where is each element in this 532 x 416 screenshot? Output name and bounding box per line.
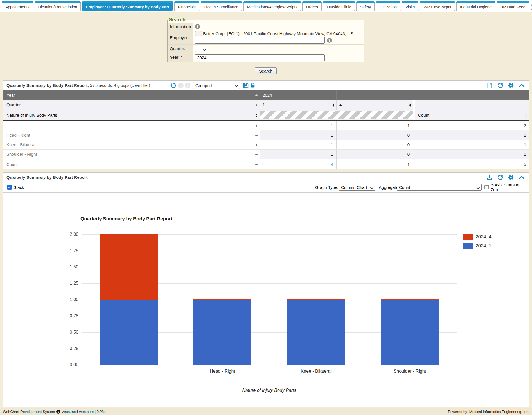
aggregate-label: Aggregate: (379, 185, 399, 190)
year-input[interactable] (195, 54, 325, 61)
table-panel-title: Quarterly Summary by Body Part Report, 5… (6, 83, 150, 88)
table-panel-header: Quarterly Summary by Body Part Report, 5… (3, 81, 529, 90)
tab-outside-clinic[interactable]: Outside Clinic (323, 3, 355, 11)
yaxis-zero-checkbox[interactable] (484, 185, 489, 189)
row-label: ◂▸ (3, 121, 260, 130)
quarter-col-1[interactable]: 1▴▾ (260, 100, 336, 110)
tab-hr-data-feed[interactable]: HR Data Feed (497, 3, 529, 11)
cell-q4: 0 (336, 140, 413, 149)
info-icon[interactable]: i (56, 410, 60, 414)
cell-q4: 1 (336, 159, 413, 169)
employer-help-icon[interactable]: ? (327, 38, 332, 43)
view-mode-select[interactable]: Grouped (193, 82, 240, 89)
refresh-icon[interactable] (497, 82, 504, 89)
chart-title: Quarterly Summary by Body Part Report (80, 216, 172, 222)
count-column-header[interactable]: Count▴▾ (415, 110, 529, 120)
quarter-select[interactable] (195, 46, 208, 52)
collapse-panel-icon[interactable] (518, 82, 525, 89)
year-row-value: 2024 (260, 90, 336, 100)
table-row-total[interactable]: Count◂▸ 4 1 5 (3, 159, 529, 169)
page: Appointments Dictation/Transcription Emp… (0, 0, 532, 416)
collapse-panel-icon[interactable] (518, 174, 525, 181)
footer-host: zeus.med-web.com | 0.28s (62, 410, 105, 414)
group-row-quarter: Quarter◂▸ 1▴▾ 4▴▾ (3, 100, 529, 110)
employer-label: Employer: (168, 30, 193, 44)
cell-q4: 1 (336, 121, 413, 130)
y-tick-label: 1.25 (61, 281, 78, 286)
next-page-icon[interactable]: › (185, 83, 190, 88)
undo-icon[interactable] (170, 82, 177, 89)
row-label: Shoulder - Right◂▸ (3, 150, 260, 159)
move-columns-icon[interactable]: ◂▸ (255, 143, 257, 147)
sort-icon[interactable]: ▴▾ (333, 103, 334, 107)
employer-search-input[interactable] (195, 37, 325, 44)
chart-bar-segment (287, 299, 345, 300)
search-row-year: Year:* (168, 53, 364, 62)
tab-utilization[interactable]: Utilization (376, 3, 400, 11)
gear-icon[interactable] (508, 174, 514, 181)
chart-controls: ✓ Stack Graph Type: Column Chart Aggrega… (3, 182, 529, 193)
chart-bar-segment (193, 299, 251, 300)
tab-orders[interactable]: Orders (302, 3, 322, 11)
lock-icon[interactable] (250, 82, 256, 89)
year-row-label: Year◂▸ (3, 90, 260, 100)
chart-bar-segment (100, 300, 158, 365)
chart-bar-segment (381, 300, 439, 365)
tab-medications-allergies-scripts[interactable]: Medications/Allergies/Scripts (243, 3, 301, 11)
new-document-icon[interactable] (486, 82, 493, 89)
gear-icon[interactable] (508, 82, 514, 89)
graph-type-select[interactable]: Column Chart (339, 184, 375, 191)
external-link-icon[interactable] (531, 3, 532, 11)
move-columns-icon[interactable]: ◂▸ (255, 124, 257, 128)
prev-page-icon[interactable]: ‹ (178, 83, 184, 88)
stack-checkbox[interactable]: ✓ (7, 185, 12, 190)
graph-type-label: Graph Type: (315, 185, 338, 190)
aggregate-select[interactable]: Count (397, 184, 482, 191)
tab-dictation-transcription[interactable]: Dictation/Transcription (35, 3, 81, 11)
sort-icon[interactable]: ▴▾ (256, 113, 257, 117)
nature-column-header[interactable]: Nature of Injury Body Parts▴▾ (3, 110, 260, 120)
move-columns-icon[interactable]: ◂▸ (255, 162, 257, 166)
status-bar: WebChart Development System i zeus.med-w… (0, 408, 532, 415)
download-icon[interactable] (486, 174, 493, 181)
move-columns-icon[interactable]: ◂▸ (255, 133, 257, 137)
table-row[interactable]: Head - Right◂▸ 1 0 1 (3, 130, 529, 140)
move-columns-icon[interactable]: ◂▸ (255, 93, 257, 97)
chart-panel-title: Quarterly Summary by Body Part Report (6, 175, 87, 180)
tab-visits[interactable]: Visits (402, 3, 418, 11)
search-button[interactable]: Search (255, 67, 277, 74)
records-count: 5 / 5 records, 4 groups (90, 83, 129, 88)
sort-icon[interactable]: ▴▾ (409, 103, 411, 107)
table-row[interactable]: Knee - Bilateral◂▸ 1 0 1 (3, 140, 529, 149)
legend-swatch (463, 234, 473, 240)
information-help-icon[interactable]: ? (195, 24, 200, 29)
employer-collapse-button[interactable]: — (195, 31, 202, 36)
group-row-year: Year◂▸ 2024 (3, 90, 529, 100)
year-label: Year:* (168, 53, 193, 62)
tab-appointments[interactable]: Appointments (2, 3, 33, 11)
sort-icon[interactable]: ▴▾ (525, 113, 527, 117)
quarter-label: Quarter: (168, 45, 193, 53)
tab-health-surveillance[interactable]: Health Surveillance (201, 3, 242, 11)
table-row[interactable]: Shoulder - Right◂▸ 1 0 1 (3, 149, 529, 159)
tab-employer-quarterly-summary[interactable]: Employer : Quarterly Summary by Body Par… (82, 3, 173, 11)
tab-safety[interactable]: Safety (356, 3, 375, 11)
move-columns-icon[interactable]: ◂▸ (255, 152, 257, 156)
tab-industrial-hygiene[interactable]: Industrial Hygiene (456, 3, 495, 11)
y-tick-label: 0.25 (61, 346, 78, 351)
cell-count: 1 (415, 150, 529, 159)
y-tick-label: 1.00 (61, 297, 78, 302)
quarter-row-label: Quarter◂▸ (3, 100, 260, 110)
refresh-icon[interactable] (497, 174, 504, 181)
tab-financials[interactable]: Financials (174, 3, 199, 11)
chart-bar-segment (381, 299, 439, 300)
row-label: Count◂▸ (3, 159, 260, 169)
table-row[interactable]: ◂▸ 1 1 2 (3, 121, 529, 130)
move-columns-icon[interactable]: ◂▸ (255, 103, 257, 107)
tab-wr-case-mgmt[interactable]: WR Case Mgmt (420, 3, 455, 11)
clear-filter-link[interactable]: (clear filter) (130, 83, 150, 88)
x-category-label: Knee - Bilateral (282, 369, 350, 374)
save-icon[interactable] (242, 82, 249, 89)
chart-canvas: Quarterly Summary by Body Part Report 2.… (3, 193, 529, 407)
quarter-col-4[interactable]: 4▴▾ (336, 100, 413, 110)
